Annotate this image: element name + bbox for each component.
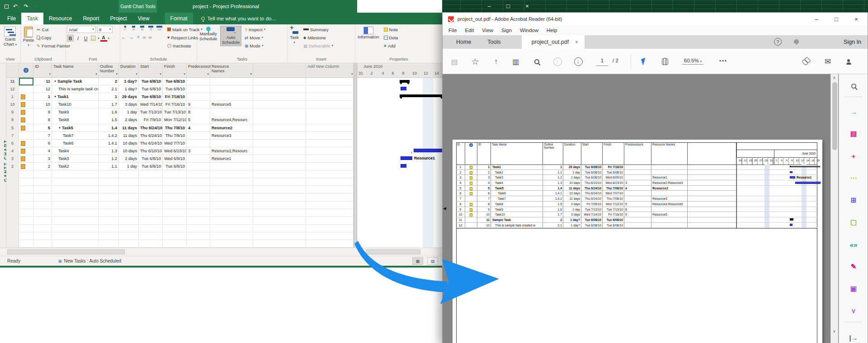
sign-in-button[interactable]: Sign In <box>844 35 861 49</box>
collapse-outline-icon[interactable]: ▼ <box>54 80 57 83</box>
scrollbar-thumb[interactable] <box>832 82 837 150</box>
task-row[interactable]: 55▼Task51.411 daysThu 6/24/10Thu 7/8/104… <box>6 124 354 132</box>
cell[interactable]: 11 <box>33 78 52 85</box>
cell[interactable]: 1 day? <box>119 78 139 85</box>
cell[interactable]: ▼Sample Task <box>52 78 99 85</box>
cell[interactable] <box>306 78 354 85</box>
cell[interactable]: 12 <box>6 85 19 93</box>
previous-page-icon[interactable]: ↑ <box>551 55 564 68</box>
cell[interactable]: 11 days <box>119 132 139 140</box>
cell[interactable]: Task7 <box>52 132 99 140</box>
information-button[interactable]: Information <box>356 26 381 40</box>
table-hscroll-thumb[interactable] <box>7 249 125 254</box>
cell[interactable]: 3 days <box>119 101 139 108</box>
tab-report[interactable]: Report <box>77 13 104 24</box>
cell[interactable]: Tue 6/8/10 <box>139 85 163 93</box>
cell[interactable]: 2.1 <box>99 85 119 93</box>
cell[interactable] <box>19 78 33 85</box>
cell[interactable]: Tue 6/8/10 <box>163 85 187 93</box>
cell[interactable]: Tue 6/8/10 <box>163 163 187 170</box>
collapse-outline-icon[interactable]: ▼ <box>54 95 57 98</box>
percent-0-button[interactable]: 0 <box>121 26 129 32</box>
close-document-tab-icon[interactable]: × <box>575 39 578 45</box>
star-favorites-icon[interactable]: ☆ <box>469 55 481 68</box>
id-column-header[interactable]: ID▾ <box>33 63 52 77</box>
outline-number-column-header[interactable]: OutlineNumber▾ <box>99 63 119 77</box>
insert-summary-button[interactable]: Summary <box>303 26 333 33</box>
italic-button[interactable]: I <box>75 35 81 42</box>
cell[interactable] <box>306 132 354 140</box>
share-link-icon[interactable] <box>800 55 812 68</box>
menu-file[interactable]: File <box>444 28 461 33</box>
cell[interactable] <box>306 85 354 93</box>
cell[interactable]: Task2 <box>52 163 99 170</box>
cell[interactable]: Thu 6/24/10 <box>139 140 163 147</box>
cell[interactable] <box>306 108 354 116</box>
cell[interactable]: Task9 <box>52 108 99 116</box>
cell[interactable]: 2 days <box>119 116 139 124</box>
cell[interactable]: Resource2,Resourc <box>210 147 253 155</box>
cell[interactable]: Task3 <box>52 155 99 163</box>
copy-button[interactable]: Copy <box>37 34 70 41</box>
cell[interactable] <box>253 124 306 132</box>
expand-pane-icon[interactable]: |→ <box>847 331 860 343</box>
cell[interactable]: 1.6 <box>99 108 119 116</box>
comment-icon[interactable]: ⋯ <box>847 172 860 184</box>
menu-edit[interactable]: Edit <box>461 28 478 33</box>
cell[interactable]: 1.4.1 <box>99 140 119 147</box>
search-tools-icon[interactable] <box>847 80 860 92</box>
cell[interactable] <box>187 78 210 85</box>
cell[interactable] <box>187 140 210 147</box>
cell[interactable]: 1.7 <box>99 101 119 108</box>
tell-me-box[interactable]: Tell me what you want to do... <box>201 13 276 24</box>
msp-maximize-button[interactable]: □ <box>499 0 517 12</box>
print-icon[interactable]: ▥ <box>509 55 522 68</box>
page-number-input[interactable]: 1 <box>596 58 608 66</box>
cut-button[interactable]: ✂Cut <box>37 26 70 33</box>
format-painter-button[interactable]: ✎Format Painter <box>37 42 70 49</box>
insert-deliverable-button[interactable]: ▤Deliverable▾ <box>303 42 333 49</box>
start-column-header[interactable]: Start▾ <box>139 63 163 77</box>
cell[interactable] <box>253 116 306 124</box>
underline-button[interactable]: U <box>82 35 89 42</box>
cell[interactable]: 1.1 <box>99 163 119 170</box>
cell[interactable]: Tue 6/8/10 <box>139 155 163 163</box>
gantt-summary-bar[interactable] <box>400 80 410 83</box>
percent-100-button[interactable]: 100 <box>156 26 163 32</box>
cell[interactable]: Wed 7/7/10 <box>163 140 187 147</box>
cell[interactable]: 8 <box>33 116 52 124</box>
cell[interactable] <box>253 85 306 93</box>
cell[interactable]: Tue 6/8/10 <box>139 78 163 85</box>
row-number-header[interactable] <box>6 63 19 77</box>
save-icon[interactable]: ▤ <box>448 55 461 68</box>
cell[interactable] <box>187 93 210 101</box>
tab-project[interactable]: Project <box>104 13 132 24</box>
more-tools-icon[interactable]: ••• <box>719 58 727 63</box>
menu-window[interactable]: Window <box>516 28 542 33</box>
cell[interactable] <box>210 78 253 85</box>
cell[interactable]: Thu 6/10/10 <box>139 147 163 155</box>
customize-quick-access-icon[interactable]: ▾ <box>34 5 36 8</box>
send-email-icon[interactable]: ✉ <box>821 55 834 68</box>
cell[interactable]: This is sample task cre <box>52 85 99 93</box>
cell[interactable]: 5 <box>33 124 52 132</box>
cell[interactable] <box>253 147 306 155</box>
unlink-tasks-icon[interactable]: ∞ <box>149 35 152 40</box>
font-name-select[interactable]: Arial▾ <box>67 26 96 33</box>
cell[interactable]: Tue 7/13/10 <box>139 108 163 116</box>
cell[interactable]: 11 <box>6 78 19 85</box>
cell[interactable]: 6 <box>6 140 19 147</box>
zoom-level-select[interactable]: 60.5% ▾ <box>682 58 703 65</box>
cell[interactable]: Fri 7/16/10 <box>163 101 187 108</box>
save-icon[interactable] <box>5 5 9 9</box>
cell[interactable]: 1.3 <box>99 147 119 155</box>
task-row[interactable]: 22Task21.11 dayTue 6/8/10Tue 6/8/10 <box>6 163 354 170</box>
redo-button[interactable]: ↷▾ <box>24 3 30 9</box>
task-row[interactable]: 33Task31.22 daysTue 6/8/10Wed 6/9/10Reso… <box>6 155 354 163</box>
cell[interactable] <box>210 85 253 93</box>
insert-task-button[interactable]: Task▾ <box>288 26 300 46</box>
resource-names-column-header[interactable]: ResourceNames▾ <box>210 63 253 77</box>
tab-tools[interactable]: Tools <box>479 35 509 49</box>
edit-pdf-icon[interactable]: ▢ <box>847 216 860 229</box>
percent-50-button[interactable]: 50 <box>138 26 146 32</box>
